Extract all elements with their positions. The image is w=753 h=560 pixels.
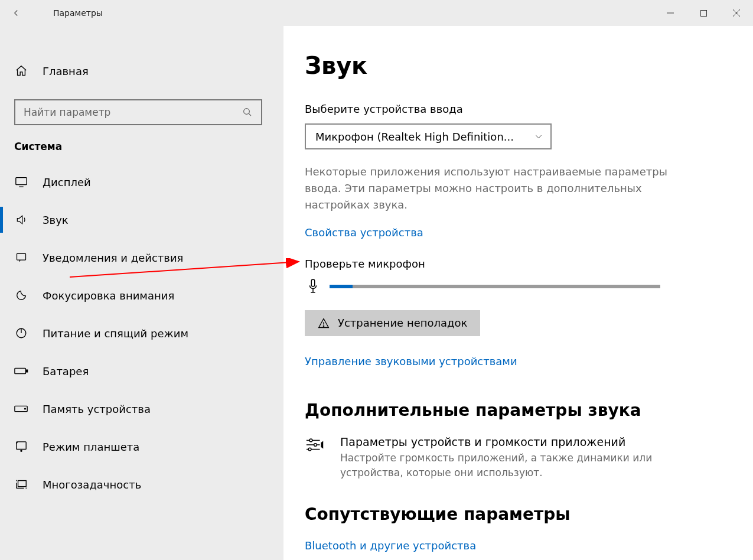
sidebar-item-label: Режим планшета — [43, 441, 139, 453]
troubleshoot-label: Устранение неполадок — [338, 317, 467, 329]
svg-rect-1 — [700, 10, 706, 16]
maximize-button[interactable] — [687, 2, 720, 24]
sidebar-item-label: Звук — [43, 214, 69, 226]
troubleshoot-button[interactable]: Устранение неполадок — [305, 310, 480, 336]
svg-rect-18 — [18, 481, 27, 487]
sidebar-item-tablet[interactable]: Режим планшета — [0, 428, 283, 465]
focus-icon — [14, 289, 28, 302]
arrow-left-icon — [11, 8, 21, 18]
sidebar-item-label: Память устройства — [43, 403, 151, 415]
home-icon — [14, 64, 28, 77]
power-icon — [14, 327, 28, 340]
sidebar-item-label: Многозадачность — [43, 478, 141, 491]
sidebar-item-display[interactable]: Дисплей — [0, 163, 283, 201]
warning-icon — [318, 317, 330, 329]
manage-sound-devices-link[interactable]: Управление звуковыми устройствами — [305, 355, 517, 367]
battery-icon — [14, 366, 28, 376]
svg-point-29 — [323, 325, 324, 326]
microphone-icon — [305, 278, 321, 295]
mic-test-row — [305, 278, 732, 295]
maximize-icon — [700, 10, 707, 17]
category-label: Система — [0, 141, 283, 163]
close-icon — [733, 9, 740, 17]
bluetooth-link[interactable]: Bluetooth и другие устройства — [305, 539, 476, 552]
svg-rect-6 — [16, 178, 27, 185]
sliders-icon — [305, 435, 326, 453]
device-properties-link[interactable]: Свойства устройства — [305, 226, 423, 239]
search-icon — [242, 107, 253, 118]
related-heading: Сопутствующие параметры — [305, 504, 732, 524]
content-area: Звук Выберите устройства ввода Микрофон … — [283, 26, 753, 560]
svg-point-16 — [21, 450, 22, 451]
page-title: Звук — [305, 52, 732, 79]
app-volume-tile[interactable]: Параметры устройств и громкости приложен… — [305, 435, 732, 481]
svg-rect-12 — [26, 370, 27, 372]
home-label: Главная — [43, 65, 89, 77]
sidebar-item-label: Питание и спящий режим — [43, 327, 188, 340]
advanced-heading: Дополнительные параметры звука — [305, 401, 732, 420]
sidebar-item-label: Дисплей — [43, 176, 91, 188]
svg-point-14 — [25, 408, 26, 409]
svg-rect-25 — [311, 279, 315, 286]
svg-rect-8 — [17, 253, 26, 260]
sidebar-item-label: Батарея — [43, 365, 89, 377]
sidebar-item-label: Фокусировка внимания — [43, 289, 174, 302]
svg-point-33 — [314, 443, 317, 446]
close-button[interactable] — [720, 2, 753, 24]
sidebar-item-battery[interactable]: Батарея — [0, 352, 283, 390]
minimize-button[interactable] — [654, 2, 687, 24]
sound-icon — [14, 214, 28, 226]
notifications-icon — [14, 252, 28, 263]
back-button[interactable] — [0, 0, 32, 26]
sidebar-item-focus[interactable]: Фокусировка внимания — [0, 276, 283, 314]
input-device-select[interactable]: Микрофон (Realtek High Definition... — [305, 123, 552, 149]
sidebar-item-power[interactable]: Питание и спящий режим — [0, 314, 283, 352]
input-device-description: Некоторые приложения используют настраив… — [305, 164, 677, 213]
test-mic-label: Проверьте микрофон — [305, 258, 732, 270]
tablet-icon — [14, 441, 28, 452]
mic-level-fill — [330, 285, 353, 288]
minimize-icon — [667, 9, 674, 17]
nav-list: Дисплей Звук Уведомления и действия Фоку… — [0, 163, 283, 503]
sidebar-item-label: Уведомления и действия — [43, 252, 183, 264]
sidebar-item-notifications[interactable]: Уведомления и действия — [0, 239, 283, 276]
svg-rect-11 — [15, 368, 25, 373]
titlebar: Параметры — [0, 0, 753, 26]
sidebar-item-sound[interactable]: Звук — [0, 201, 283, 239]
multitask-icon — [14, 478, 28, 490]
svg-point-35 — [308, 448, 311, 451]
sidebar-item-multitask[interactable]: Многозадачность — [0, 465, 283, 503]
input-device-label: Выберите устройства ввода — [305, 103, 732, 115]
svg-rect-15 — [17, 442, 26, 450]
chevron-down-icon — [534, 132, 543, 141]
tile-title: Параметры устройств и громкости приложен… — [340, 435, 659, 448]
search-box[interactable] — [14, 99, 262, 125]
svg-point-4 — [244, 109, 250, 115]
search-input[interactable] — [24, 106, 242, 118]
window-controls — [654, 2, 753, 24]
select-value: Микрофон (Realtek High Definition... — [315, 131, 514, 143]
home-nav[interactable]: Главная — [0, 56, 283, 86]
tile-desc: Настройте громкость приложений, а также … — [340, 451, 659, 481]
window-title: Параметры — [32, 8, 103, 18]
sidebar-item-storage[interactable]: Память устройства — [0, 390, 283, 428]
svg-point-31 — [309, 439, 312, 442]
display-icon — [14, 176, 28, 188]
mic-level-bar — [330, 285, 660, 288]
svg-line-5 — [249, 113, 251, 116]
sidebar: Главная Система Дисплей Зв — [0, 26, 283, 560]
storage-icon — [14, 405, 28, 413]
